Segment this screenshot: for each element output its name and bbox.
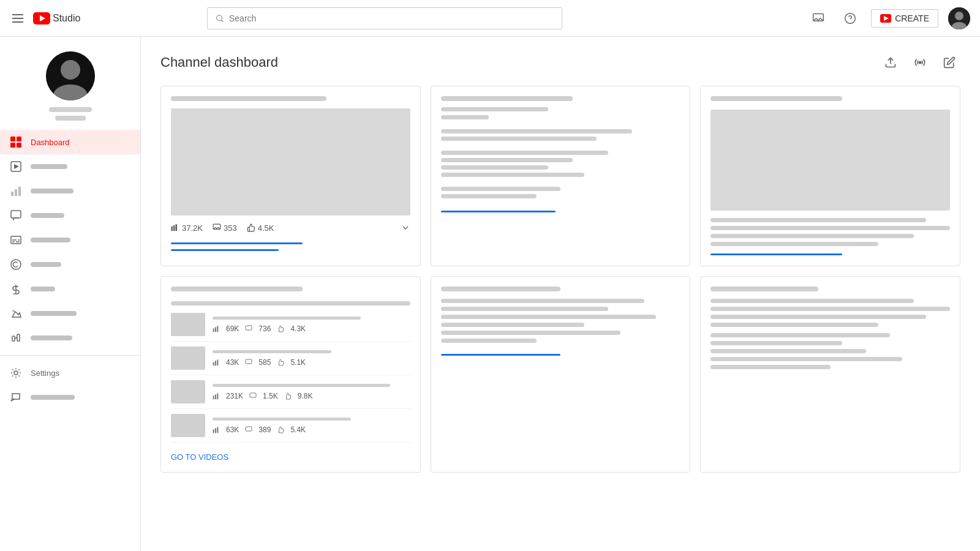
- vli-views-4: 63K: [226, 425, 239, 434]
- c5-l4: [441, 323, 584, 327]
- search-input[interactable]: [229, 13, 554, 23]
- profile-avatar-icon: [46, 51, 95, 100]
- svg-rect-45: [217, 326, 218, 332]
- video-list-item-4: 63K 389 5.4K: [171, 414, 410, 443]
- go-live-btn[interactable]: [909, 51, 931, 73]
- svg-rect-46: [246, 326, 252, 330]
- svg-rect-48: [215, 361, 216, 365]
- c5-l6: [441, 339, 537, 343]
- sidebar-item-analytics[interactable]: [0, 179, 140, 203]
- vli-bar-4: [213, 418, 351, 421]
- profile-avatar[interactable]: [46, 51, 95, 100]
- comments-icon-4: [245, 426, 252, 433]
- search-bar[interactable]: [207, 7, 562, 29]
- sidebar-item-earn[interactable]: [0, 277, 140, 301]
- vli-stats-3: 231K 1.5K 9.8K: [213, 392, 410, 400]
- videos-header: [171, 287, 410, 305]
- card-top-videos: 69K 736 4.3K: [160, 276, 421, 473]
- create-label: CREATE: [895, 13, 929, 23]
- news-short-bar: [441, 115, 489, 119]
- svg-rect-16: [17, 137, 21, 141]
- sidebar-item-settings[interactable]: Settings: [0, 361, 140, 385]
- sidebar-item-customization[interactable]: [0, 301, 140, 326]
- c5-blue-bar: [441, 354, 560, 356]
- create-video-icon: [880, 14, 891, 23]
- top-cards-grid: 37.2K 353 4.5K: [160, 86, 960, 266]
- vli-info-3: 231K 1.5K 9.8K: [213, 384, 410, 400]
- sidebar-item-comments[interactable]: [0, 203, 140, 228]
- studio-text: Studio: [53, 13, 80, 24]
- chat-icon: [812, 12, 824, 24]
- earn-icon: [10, 283, 22, 295]
- sidebar-item-content[interactable]: [0, 154, 140, 179]
- comments-icon-3: [249, 392, 257, 400]
- news-section-2: [441, 151, 680, 177]
- svg-rect-23: [18, 187, 21, 196]
- card-latest-video: 37.2K 353 4.5K: [160, 86, 421, 266]
- edit-btn[interactable]: [938, 51, 960, 73]
- dashboard-label: Dashboard: [31, 138, 70, 147]
- stat-icon-comments-1: [245, 325, 252, 332]
- views-icon: [171, 223, 179, 232]
- sidebar-item-copyright[interactable]: [0, 252, 140, 277]
- go-to-videos-link[interactable]: GO TO VIDEOS: [171, 452, 228, 462]
- vli-info-1: 69K 736 4.3K: [213, 317, 410, 333]
- expand-btn[interactable]: [401, 223, 410, 233]
- svg-rect-51: [213, 395, 214, 399]
- svg-rect-54: [250, 393, 256, 397]
- sidebar-item-feedback[interactable]: [0, 385, 140, 410]
- help-icon-btn[interactable]: [839, 7, 861, 29]
- card-ideas: [700, 86, 960, 266]
- main-content: Channel dashboard: [141, 37, 980, 551]
- subtitles-icon: [10, 234, 22, 246]
- edit-icon: [943, 56, 956, 69]
- avatar-icon: [948, 7, 970, 29]
- videos-title-bar: [171, 287, 303, 291]
- youtube-icon: [33, 12, 50, 24]
- svg-rect-40: [173, 225, 175, 231]
- vli-likes-2: 5.1K: [290, 358, 306, 367]
- sidebar-item-dashboard[interactable]: Dashboard: [0, 130, 140, 154]
- sidebar-nav: Dashboard: [0, 130, 140, 546]
- user-avatar[interactable]: [948, 7, 970, 29]
- card-right-bottom: [700, 276, 960, 473]
- chat-icon-btn[interactable]: [807, 7, 829, 29]
- idea-thumbnail: [710, 110, 950, 211]
- sidebar-profile: [0, 42, 140, 130]
- vli-bar-2: [213, 350, 331, 353]
- analytics-label-bar: [31, 189, 74, 193]
- svg-point-13: [61, 60, 80, 80]
- views-icon-3: [213, 392, 220, 400]
- page-title: Channel dashboard: [160, 54, 278, 70]
- c5-l3: [441, 315, 657, 319]
- svg-rect-24: [11, 211, 21, 218]
- svg-rect-52: [215, 394, 216, 399]
- body-wrap: Dashboard: [0, 37, 980, 551]
- main-header: Channel dashboard: [160, 51, 960, 73]
- vli-stats-2: 43K 585 5.1K: [213, 358, 410, 367]
- sidebar-item-subtitles[interactable]: [0, 228, 140, 252]
- vli-comments-2: 585: [258, 358, 271, 367]
- sidebar: Dashboard: [0, 37, 141, 551]
- search-icon: [215, 13, 224, 23]
- svg-rect-57: [217, 427, 218, 433]
- create-button[interactable]: CREATE: [871, 9, 938, 28]
- nav-right: CREATE: [807, 7, 970, 29]
- sidebar-item-audio[interactable]: [0, 326, 140, 350]
- hamburger-menu[interactable]: [10, 12, 26, 25]
- video-stats: 37.2K 353 4.5K: [171, 223, 410, 233]
- earn-label-bar: [31, 287, 55, 291]
- content-icon: [10, 160, 22, 173]
- vli-likes-3: 9.8K: [298, 392, 313, 400]
- settings-label: Settings: [31, 369, 59, 378]
- idea-line-3: [710, 234, 914, 238]
- card1-graph: [171, 242, 410, 251]
- c6-title-bar: [710, 287, 818, 291]
- yt-studio-logo[interactable]: Studio: [33, 12, 80, 24]
- stat-icon-views-1: [213, 325, 220, 332]
- vli-bar-3: [213, 384, 390, 387]
- c5-l1: [441, 299, 644, 303]
- upload-btn[interactable]: [880, 51, 902, 73]
- views-stat: 37.2K: [171, 223, 203, 233]
- bottom-cards-grid: 69K 736 4.3K: [160, 276, 960, 473]
